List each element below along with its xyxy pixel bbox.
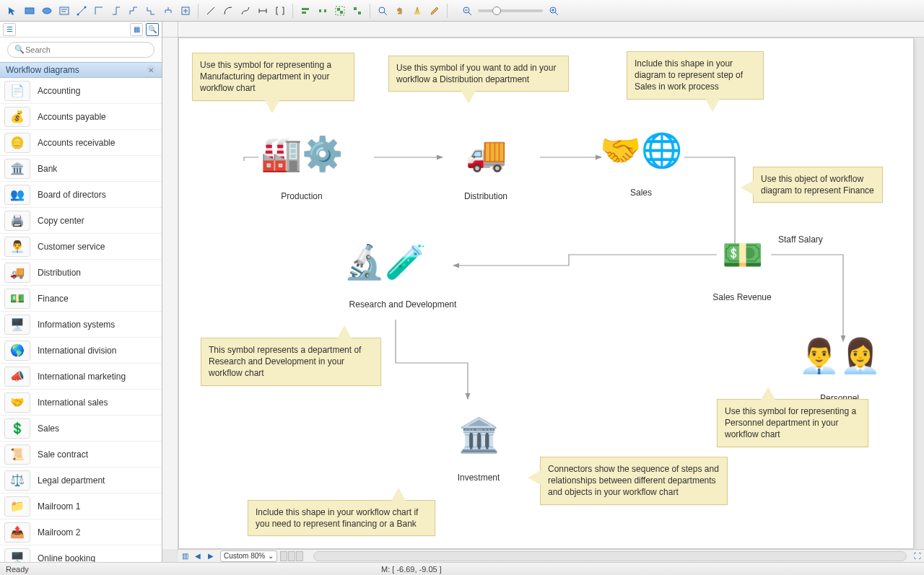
ruler-vertical[interactable] (162, 38, 178, 549)
svg-rect-15 (302, 12, 306, 14)
hand-tool[interactable] (392, 3, 408, 19)
page-prev-icon[interactable]: ◀ (191, 550, 204, 563)
library-item-icon: 🚚 (4, 263, 30, 283)
highlight-tool[interactable] (409, 3, 425, 19)
view-mode-1[interactable] (280, 551, 287, 561)
svg-rect-17 (324, 9, 326, 12)
distribute-tool[interactable] (315, 3, 331, 19)
edit-tool[interactable] (427, 3, 443, 19)
grid-view-icon[interactable]: ▦ (130, 23, 143, 36)
ungroup-tool[interactable] (349, 3, 365, 19)
library-item[interactable]: 📄Accounting (0, 78, 162, 104)
zoom-slider[interactable] (459, 3, 562, 19)
library-item[interactable]: 🖥️Information systems (0, 312, 162, 338)
node-investment[interactable]: 🏛️ Investment (435, 399, 522, 483)
library-item[interactable]: 📜Sale contract (0, 442, 162, 468)
svg-point-1 (43, 8, 51, 14)
svg-rect-22 (358, 12, 361, 14)
zoom-select[interactable]: Custom 80% ⌄ (220, 550, 277, 562)
connector-tool[interactable] (74, 3, 90, 19)
tree-tool[interactable] (160, 3, 176, 19)
close-section-icon[interactable]: ✕ (146, 65, 156, 75)
library-item-label: International marketing (38, 372, 126, 382)
library-item[interactable]: 🚚Distribution (0, 260, 162, 286)
library-item-label: Sales (38, 423, 59, 434)
insert-tool[interactable] (178, 3, 193, 19)
library-item[interactable]: 📣International marketing (0, 364, 162, 390)
library-item[interactable]: 🌎International division (0, 338, 162, 364)
ruler-horizontal[interactable] (178, 22, 924, 38)
library-item[interactable]: 👨‍💼Customer service (0, 234, 162, 260)
horizontal-scrollbar[interactable] (313, 551, 907, 561)
library-item-icon: 💲 (4, 418, 30, 439)
zoom-out-icon[interactable] (459, 3, 475, 19)
library-item[interactable]: 📁Mailroom 1 (0, 493, 162, 519)
drawing-canvas[interactable]: 🏭⚙️ Production 🚚 Distribution 🤝🌐 Sales 🔬… (178, 38, 914, 549)
step-down-tool[interactable] (143, 3, 159, 19)
library-item[interactable]: ⚖️Legal department (0, 468, 162, 493)
arc-tool[interactable] (220, 3, 236, 19)
dropdown-icon: ⌄ (268, 552, 274, 560)
library-item[interactable]: 🪙Accounts receivable (0, 130, 162, 156)
library-item[interactable]: 💲Sales (0, 416, 162, 442)
orthogonal-tool[interactable] (108, 3, 124, 19)
tree-view-icon[interactable]: ☰ (3, 23, 16, 36)
svg-line-10 (207, 7, 214, 14)
people-icon: 👨‍💼👩‍💼 (796, 320, 883, 392)
library-item-icon: 🌎 (4, 341, 30, 361)
node-personnel[interactable]: 👨‍💼👩‍💼 Personnel (796, 320, 883, 403)
library-item-label: Accounts receivable (38, 138, 115, 148)
svg-point-5 (77, 13, 79, 15)
library-item-label: Copy center (38, 216, 84, 226)
node-production[interactable]: 🏭⚙️ Production (258, 118, 345, 201)
align-tool[interactable] (297, 3, 313, 19)
library-item-label: Finance (38, 294, 69, 304)
zoom-in-icon[interactable] (546, 3, 562, 19)
library-item[interactable]: 💰Accounts payable (0, 104, 162, 130)
library-item-label: Information systems (38, 320, 115, 330)
brackets-tool[interactable] (272, 3, 288, 19)
svg-rect-0 (25, 8, 34, 14)
bottom-bar: ▥ ◀ ▶ Custom 80% ⌄ ⛶ (178, 549, 924, 562)
text-tool[interactable] (56, 3, 72, 19)
node-research[interactable]: 🔬🧪 Research and Development (341, 226, 464, 310)
library-item[interactable]: 🤝International sales (0, 390, 162, 416)
l-connector-tool[interactable] (91, 3, 107, 19)
step-up-tool[interactable] (126, 3, 141, 19)
section-title: Workflow diagrams (6, 65, 79, 75)
library-item-label: Board of directors (38, 190, 106, 200)
library-item[interactable]: 🖥️Online booking (0, 545, 162, 562)
line-tool[interactable] (203, 3, 219, 19)
library-item[interactable]: 📤Mailroom 2 (0, 519, 162, 545)
library-item-label: Customer service (38, 242, 105, 252)
money-stack-icon: 💵 (699, 219, 785, 291)
pointer-tool[interactable] (4, 3, 20, 19)
node-sales[interactable]: 🤝🌐 Sales (598, 114, 684, 198)
view-mode-2[interactable] (288, 551, 295, 561)
library-item[interactable]: 👥Board of directors (0, 182, 162, 208)
ellipse-tool[interactable] (39, 3, 55, 19)
library-item[interactable]: 🏛️Bank (0, 156, 162, 182)
page-tabs-icon[interactable]: ▥ (178, 550, 191, 563)
section-header[interactable]: Workflow diagrams ✕ (0, 62, 162, 78)
library-item-icon: 💰 (4, 107, 30, 127)
zoom-tool[interactable] (375, 3, 391, 19)
rect-tool[interactable] (22, 3, 38, 19)
curve-tool[interactable] (237, 3, 253, 19)
callout-research: This symbol represents a department of R… (201, 338, 381, 386)
page-next-icon[interactable]: ▶ (204, 550, 217, 563)
fit-page-icon[interactable]: ⛶ (911, 550, 924, 563)
dimension-tool[interactable] (255, 3, 271, 19)
node-revenue[interactable]: 💵 Sales Revenue (699, 219, 785, 302)
library-item-icon: 🪙 (4, 133, 30, 153)
library-search-input[interactable] (7, 42, 154, 58)
view-mode-3[interactable] (296, 551, 303, 561)
svg-rect-19 (337, 8, 340, 11)
search-view-icon[interactable]: 🔍 (146, 23, 159, 36)
library-item[interactable]: 💵Finance (0, 286, 162, 312)
library-item[interactable]: 🖨️Copy center (0, 208, 162, 234)
svg-rect-21 (354, 7, 357, 10)
node-distribution[interactable]: 🚚 Distribution (443, 118, 529, 201)
group-tool[interactable] (332, 3, 348, 19)
callout-distribution: Use this symbol if you want to add in yo… (388, 56, 569, 92)
